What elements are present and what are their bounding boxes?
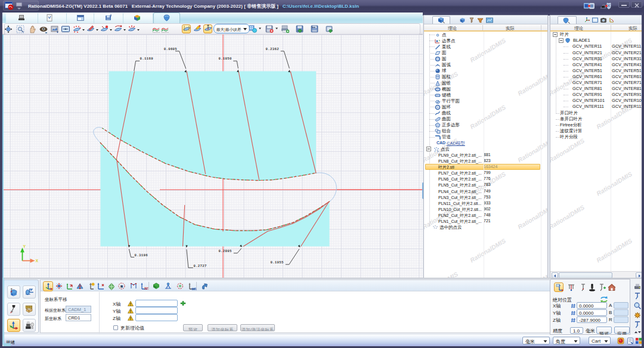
svg-text:Y: Y	[23, 244, 26, 248]
svg-text:0.0605: 0.0605	[164, 47, 178, 51]
svg-text:M: M	[120, 284, 123, 288]
svg-text:X: X	[36, 259, 39, 263]
svg-text:0.2727: 0.2727	[193, 264, 206, 268]
svg-text:RationalDMIS: RationalDMIS	[595, 237, 633, 264]
svg-text:0.3196: 0.3196	[135, 253, 148, 257]
svg-text:RationalDMIS: RationalDMIS	[550, 204, 586, 231]
svg-text:0.1169: 0.1169	[140, 57, 154, 61]
svg-text:0.1050: 0.1050	[218, 57, 232, 61]
svg-text:0.2805: 0.2805	[218, 249, 232, 253]
svg-text:RationalDMIS: RationalDMIS	[516, 271, 547, 278]
svg-text:0.2362: 0.2362	[266, 47, 280, 51]
svg-text:RationalDMIS: RationalDMIS	[469, 237, 507, 264]
svg-text:RationalDMIS: RationalDMIS	[595, 170, 633, 197]
svg-text:0.1955: 0.1955	[270, 260, 284, 265]
svg-text:RationalDMIS: RationalDMIS	[424, 271, 459, 278]
svg-text:RationalDMIS: RationalDMIS	[550, 137, 586, 164]
